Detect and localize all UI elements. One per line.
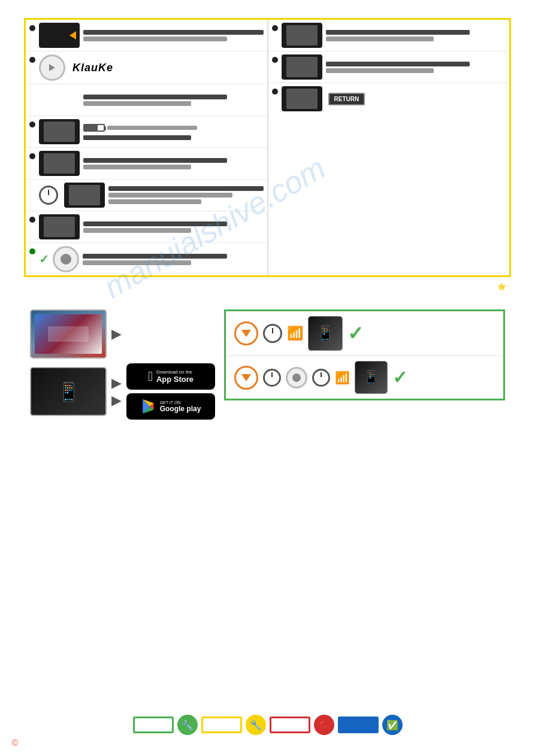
laptop-block: ▶ — [30, 309, 122, 359]
device-thumb-4 — [39, 119, 80, 144]
text-bar — [83, 221, 227, 226]
sync-row-1: 📶 📱 ✓ — [226, 311, 503, 356]
text-bar — [108, 199, 201, 204]
star-rating-row: ⭐⭐⭐⭐⭐ — [12, 281, 508, 292]
phone-hand-graphic: 📱 — [58, 381, 80, 402]
sync-check-1: ✓ — [347, 322, 364, 345]
legend-icon-wrench-yellow: 🔧 — [246, 715, 266, 735]
phone-blocks: 📱 ▶ ▶  Download on the App Store — [30, 363, 215, 420]
googleplay-small-text: GET IT ON — [160, 400, 201, 405]
text-bar — [326, 37, 434, 41]
instruction-row-7 — [26, 211, 267, 243]
instr-right-row-2 — [268, 51, 510, 83]
sync-box: 📶 📱 ✓ — [224, 309, 505, 400]
instruction-right-column: RETURN — [268, 20, 510, 275]
text-bar — [108, 186, 264, 191]
bullet-4 — [29, 122, 35, 127]
device-screen — [44, 153, 75, 174]
sync-check-2: ✓ — [392, 367, 407, 388]
text-block-8 — [83, 254, 264, 265]
bullet-r2 — [272, 57, 278, 63]
arrow-right-icon-1: ▶ — [111, 375, 122, 391]
sync-arrow-circle-1 — [234, 321, 258, 345]
bullet-2 — [29, 57, 35, 63]
text-bar — [107, 126, 197, 130]
device-thumb-r3 — [282, 86, 322, 111]
instr-right-row-3: RETURN — [268, 83, 510, 114]
device-thumb-r1 — [282, 23, 322, 48]
svg-text:⭐⭐⭐⭐⭐: ⭐⭐⭐⭐⭐ — [497, 282, 508, 291]
bullet-r3 — [272, 89, 278, 95]
legend-section: 🔧 🔧 🚫 ✅ — [133, 715, 403, 735]
text-block-4 — [83, 124, 264, 140]
phone-image: 📱 — [30, 367, 107, 416]
sync-phone-1: 📱 — [308, 316, 343, 351]
text-block-7 — [83, 221, 264, 233]
legend-box-yellow — [201, 716, 242, 733]
text-bar — [83, 260, 191, 265]
instr-right-row-1 — [268, 20, 510, 51]
arrow-right-icon-2: ▶ — [111, 393, 122, 408]
sync-timer-2a — [263, 369, 281, 387]
text-bar — [83, 165, 191, 169]
arrow-right-icon: ▶ — [111, 326, 122, 342]
return-button[interactable]: RETURN — [328, 93, 365, 105]
bullet-8 — [29, 248, 35, 254]
device-screen — [44, 217, 75, 237]
instruction-row-8: ✓ — [26, 243, 267, 275]
sync-timer-2b — [312, 369, 330, 387]
instruction-row-4 — [26, 116, 267, 148]
klauke-logo: KlauKe — [69, 62, 117, 74]
device-thumb-5 — [39, 151, 80, 176]
bullet-r1 — [272, 25, 278, 31]
bullet-1 — [29, 25, 35, 31]
device-screen — [286, 57, 318, 77]
googleplay-big-text: Google play — [160, 405, 201, 413]
text-bar — [83, 158, 227, 163]
appstore-text: Download on the App Store — [156, 369, 194, 384]
sync-row-2: 📶 📱 ✓ — [226, 356, 503, 399]
legend-icon-check-blue: ✅ — [382, 715, 403, 735]
instruction-left-column: KlauKe — [26, 20, 268, 275]
page: manuialshive.com KlauK — [0, 0, 535, 756]
device-screen — [69, 185, 100, 205]
device-thumb-6 — [64, 183, 105, 208]
star-rating: ⭐⭐⭐⭐⭐ — [497, 281, 508, 292]
sync-wifi-2: 📶 — [335, 371, 350, 385]
device-screen — [44, 122, 75, 142]
apple-icon:  — [148, 369, 153, 384]
download-left: ▶ 📱 ▶ ▶  Download on the App St — [30, 309, 215, 420]
sync-arrow-circle-2 — [234, 366, 258, 390]
instruction-row-2: KlauKe — [26, 51, 267, 84]
arrow-buttons-col: ▶ ▶ — [111, 375, 122, 408]
sync-phone-2: 📱 — [355, 361, 388, 394]
text-block-3 — [83, 95, 264, 106]
text-bar — [83, 254, 227, 259]
copyright-symbol: © — [12, 738, 18, 748]
text-block-5 — [83, 158, 264, 169]
googleplay-button[interactable]: GET IT ON Google play — [126, 393, 215, 420]
appstore-button[interactable]:  Download on the App Store — [126, 363, 215, 390]
legend-box-green — [133, 716, 174, 733]
phone-icon: 📱 — [316, 325, 334, 342]
appstore-small-text: Download on the — [156, 369, 194, 375]
instruction-row-3 — [26, 84, 267, 116]
text-bar — [326, 30, 470, 35]
text-bar — [83, 37, 227, 41]
laptop-image — [30, 309, 107, 359]
legend-icon-no-dl: 🚫 — [314, 715, 334, 735]
text-block-r1 — [326, 30, 506, 41]
sync-half-circle — [286, 367, 307, 388]
device-thumb-r2 — [282, 54, 322, 80]
text-block-6 — [108, 186, 264, 204]
google-play-icon — [141, 399, 156, 414]
instruction-row-1 — [26, 20, 267, 51]
sync-timer-1 — [263, 324, 282, 343]
store-buttons:  Download on the App Store — [126, 363, 215, 420]
phone-icon-2: 📱 — [363, 370, 379, 385]
appstore-big-text: App Store — [156, 375, 194, 384]
bullet-5 — [29, 153, 35, 159]
device-thumb-7 — [39, 214, 80, 239]
googleplay-text: GET IT ON Google play — [160, 400, 201, 413]
device-thumb-1 — [39, 23, 80, 48]
